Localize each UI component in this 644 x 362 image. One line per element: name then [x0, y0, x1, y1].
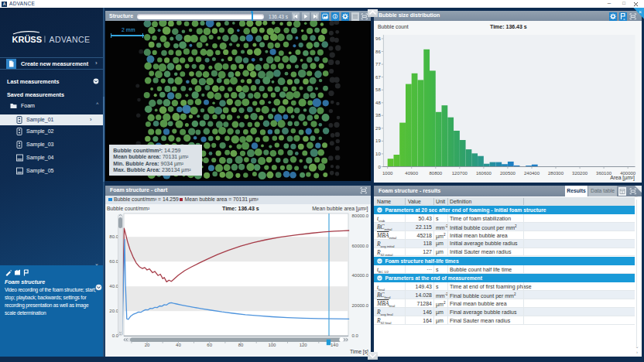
svg-text:0: 0 [378, 165, 381, 169]
svg-text:80.0: 80.0 [109, 234, 118, 239]
svg-text:100: 100 [268, 343, 276, 347]
svg-text:140: 140 [331, 343, 339, 347]
svg-text:320200: 320200 [572, 171, 588, 176]
svg-text:×: × [639, 9, 642, 15]
svg-text:60.0: 60.0 [109, 259, 118, 264]
svg-text:KRÜSS: KRÜSS [12, 35, 43, 44]
svg-text:86: 86 [375, 50, 381, 54]
svg-text:48: 48 [375, 101, 381, 105]
svg-text:120700: 120700 [452, 171, 468, 176]
svg-text:280300: 280300 [548, 171, 564, 176]
svg-text:1000: 1000 [382, 171, 393, 176]
svg-text:0.0: 0.0 [112, 333, 119, 338]
svg-text:40.0: 40.0 [109, 284, 118, 289]
svg-text:10: 10 [375, 152, 381, 156]
svg-text:40000.0: 40000.0 [352, 273, 369, 278]
svg-text:i: i [334, 14, 336, 19]
svg-text:80: 80 [238, 343, 244, 347]
svg-text:77: 77 [375, 62, 381, 67]
svg-text:20.0: 20.0 [109, 309, 118, 313]
svg-text:160600: 160600 [476, 171, 492, 176]
svg-text:20: 20 [145, 343, 150, 347]
svg-text:38: 38 [375, 113, 381, 118]
svg-text:58: 58 [375, 87, 381, 92]
svg-text:19: 19 [375, 138, 381, 143]
svg-text:60: 60 [207, 343, 212, 347]
svg-text:60000.0: 60000.0 [352, 244, 369, 248]
svg-text:80000.0: 80000.0 [352, 213, 369, 218]
svg-text:96: 96 [375, 36, 381, 41]
svg-text:67: 67 [375, 75, 381, 80]
svg-text:Area [µm²]: Area [µm²] [610, 175, 635, 181]
svg-text:200500: 200500 [500, 171, 516, 176]
svg-text:0.0: 0.0 [352, 333, 359, 338]
svg-text:40: 40 [176, 343, 181, 347]
svg-text:240400: 240400 [524, 171, 540, 176]
svg-text:ADVANCE: ADVANCE [50, 35, 91, 44]
svg-text:120: 120 [300, 343, 308, 347]
svg-text:40900: 40900 [405, 171, 418, 176]
svg-text:80800: 80800 [429, 171, 442, 176]
svg-text:29: 29 [375, 126, 381, 131]
svg-text:20000.0: 20000.0 [352, 303, 369, 308]
svg-text:Time [s]: Time [s] [350, 349, 368, 355]
